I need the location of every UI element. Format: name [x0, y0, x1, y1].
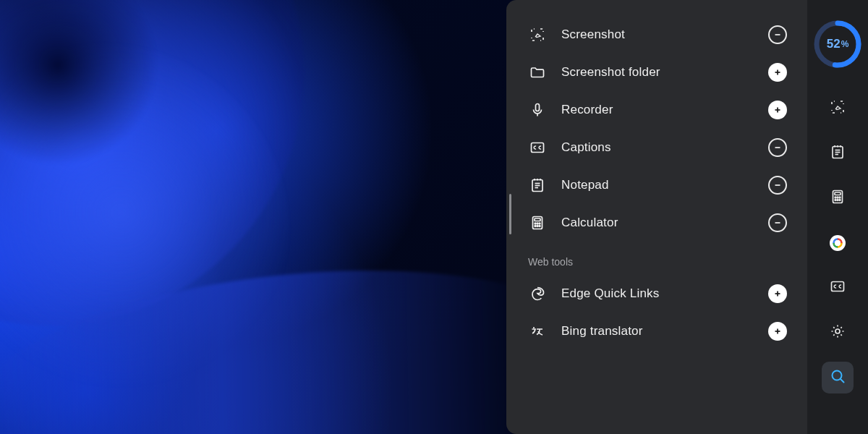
tool-item-screenshot[interactable]: Screenshot	[506, 16, 807, 54]
tool-item-edge-quick-links[interactable]: Edge Quick Links	[506, 275, 807, 312]
right-sidebar: 52%	[807, 0, 868, 434]
sidebar-settings[interactable]	[822, 317, 854, 349]
tool-item-notepad[interactable]: Notepad	[506, 166, 807, 204]
svg-point-44	[835, 200, 836, 201]
tool-item-screenshot-folder[interactable]: Screenshot folder	[506, 54, 807, 91]
sidebar-google[interactable]	[822, 227, 854, 259]
tool-item-label: Notepad	[561, 178, 754, 192]
gear-icon	[829, 323, 846, 343]
svg-rect-18	[535, 218, 540, 221]
captions-icon	[829, 278, 846, 298]
remove-button[interactable]	[768, 25, 787, 44]
calculator-icon	[829, 188, 846, 208]
scroll-indicator[interactable]	[509, 194, 511, 234]
sidebar-calculator[interactable]	[822, 182, 854, 214]
add-button[interactable]	[768, 101, 787, 119]
tool-item-recorder[interactable]: Recorder	[506, 91, 807, 129]
svg-point-46	[839, 200, 841, 201]
section-header-web-tools: Web tools	[506, 242, 807, 275]
svg-line-50	[841, 379, 844, 383]
add-button[interactable]	[768, 322, 787, 341]
svg-point-43	[839, 197, 841, 198]
tool-item-label: Screenshot folder	[561, 65, 754, 80]
screenshot-icon	[528, 26, 547, 43]
svg-rect-40	[835, 192, 841, 195]
svg-rect-3	[536, 104, 540, 111]
tools-panel: Screenshot Screenshot folder Recorder	[506, 0, 807, 434]
sidebar-captions[interactable]	[822, 272, 854, 304]
tool-item-label: Edge Quick Links	[561, 286, 754, 301]
tool-item-label: Captions	[561, 140, 754, 155]
svg-point-23	[537, 226, 538, 227]
svg-rect-7	[532, 143, 544, 153]
remove-button[interactable]	[768, 213, 787, 232]
tool-item-label: Calculator	[561, 216, 754, 230]
remove-button[interactable]	[768, 138, 787, 157]
microphone-icon	[528, 101, 547, 119]
svg-rect-47	[832, 282, 844, 292]
folder-icon	[528, 64, 547, 81]
google-icon	[830, 235, 846, 251]
svg-point-19	[535, 223, 536, 224]
usage-gauge[interactable]: 52%	[812, 19, 863, 69]
add-button[interactable]	[768, 63, 787, 82]
notepad-icon	[829, 143, 846, 163]
svg-point-21	[539, 223, 540, 224]
sidebar-notepad[interactable]	[822, 137, 854, 169]
svg-point-41	[835, 197, 836, 198]
tool-item-label: Screenshot	[561, 27, 754, 42]
svg-point-42	[837, 197, 838, 198]
captions-icon	[528, 139, 547, 156]
tool-item-calculator[interactable]: Calculator	[506, 204, 807, 242]
remove-button[interactable]	[768, 176, 787, 195]
sidebar-screenshot[interactable]	[822, 93, 854, 124]
svg-point-20	[537, 223, 538, 224]
svg-point-48	[835, 329, 840, 333]
tool-item-captions[interactable]: Captions	[506, 129, 807, 166]
tool-item-label: Recorder	[561, 103, 754, 117]
sidebar-search[interactable]	[822, 362, 854, 393]
add-button[interactable]	[768, 284, 787, 303]
svg-point-22	[535, 226, 536, 227]
edge-icon	[528, 285, 547, 302]
svg-point-24	[539, 226, 540, 227]
screenshot-icon	[829, 98, 846, 119]
translate-icon	[528, 323, 547, 340]
calculator-icon	[528, 214, 547, 231]
tool-item-bing-translator[interactable]: Bing translator	[506, 312, 807, 350]
notepad-icon	[528, 176, 547, 194]
tool-item-label: Bing translator	[561, 324, 754, 339]
svg-point-45	[837, 200, 838, 201]
search-icon	[829, 367, 846, 388]
usage-gauge-label: 52%	[812, 19, 863, 69]
